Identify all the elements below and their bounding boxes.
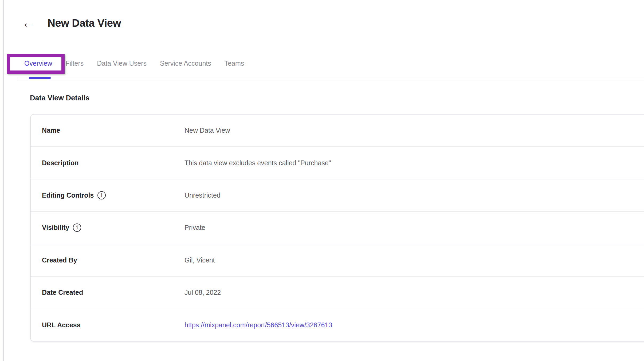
row-label: Created By: [42, 256, 77, 264]
tab-data-view-users[interactable]: Data View Users: [90, 58, 153, 68]
row-value: This data view excludes events called "P…: [184, 159, 331, 167]
url-access-link[interactable]: https://mixpanel.com/report/566513/view/…: [184, 321, 332, 329]
row-value: Private: [184, 224, 205, 231]
row-label: Name: [42, 127, 60, 134]
row-value: Jul 08, 2022: [184, 289, 221, 296]
tab-bar-divider: [18, 79, 644, 79]
tab-bar: Overview Filters Data View Users Service…: [18, 58, 251, 68]
table-row-created-by: Created By Gil, Vicent: [31, 244, 644, 277]
panel-edge-divider: [3, 0, 4, 361]
info-icon[interactable]: i: [73, 223, 81, 232]
row-value: New Data View: [184, 127, 230, 134]
row-label: Visibility: [42, 224, 69, 231]
page-title: New Data View: [48, 17, 121, 29]
row-label: URL Access: [42, 321, 81, 329]
row-label: Editing Controls: [42, 191, 94, 199]
table-row-visibility: Visibility i Private: [31, 212, 644, 244]
table-row-date-created: Date Created Jul 08, 2022: [31, 277, 644, 309]
row-label: Date Created: [42, 289, 83, 296]
row-label: Description: [42, 159, 79, 167]
table-row-editing-controls: Editing Controls i Unrestricted: [31, 179, 644, 212]
row-value: Gil, Vicent: [184, 256, 215, 264]
back-arrow-icon[interactable]: ←: [22, 17, 35, 29]
table-row-description: Description This data view excludes even…: [31, 147, 644, 179]
section-title: Data View Details: [30, 94, 89, 102]
table-row-url-access: URL Access https://mixpanel.com/report/5…: [31, 309, 644, 341]
tab-overview[interactable]: Overview: [18, 58, 59, 68]
tab-filters[interactable]: Filters: [59, 58, 90, 68]
active-tab-indicator: [29, 77, 51, 79]
tab-teams[interactable]: Teams: [218, 58, 251, 68]
tab-service-accounts[interactable]: Service Accounts: [153, 58, 218, 68]
data-view-details-card: Name New Data View Description This data…: [30, 114, 644, 342]
table-row-name: Name New Data View: [31, 115, 644, 147]
row-value: Unrestricted: [184, 191, 221, 199]
info-icon[interactable]: i: [97, 191, 106, 199]
